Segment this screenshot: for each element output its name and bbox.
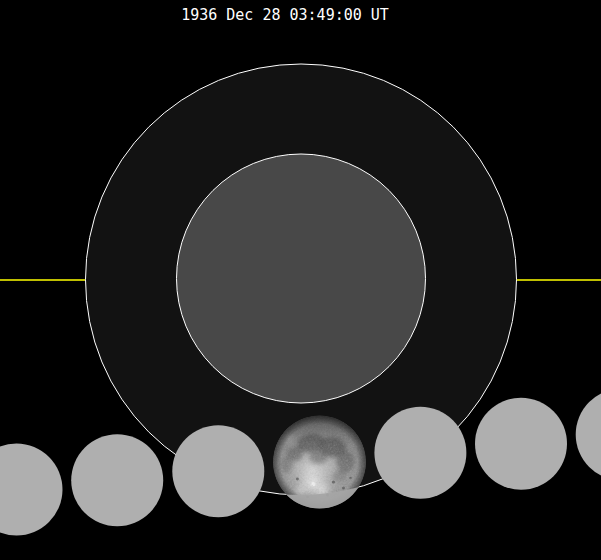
moon-outside-penumbra-shade: [273, 416, 366, 509]
umbra-circle: [177, 154, 426, 403]
moon-position-circle: [475, 398, 567, 490]
moon-position-circle: [576, 389, 601, 481]
moon-position-circle: [374, 407, 466, 499]
moon-position-circle: [172, 425, 264, 517]
eclipse-diagram: [0, 0, 601, 560]
eclipse-chart: 1936 Dec 28 03:49:00 UT: [0, 0, 601, 560]
moon-position-circle: [71, 434, 163, 526]
moon-position-circle: [0, 444, 63, 536]
chart-title: 1936 Dec 28 03:49:00 UT: [0, 6, 570, 24]
